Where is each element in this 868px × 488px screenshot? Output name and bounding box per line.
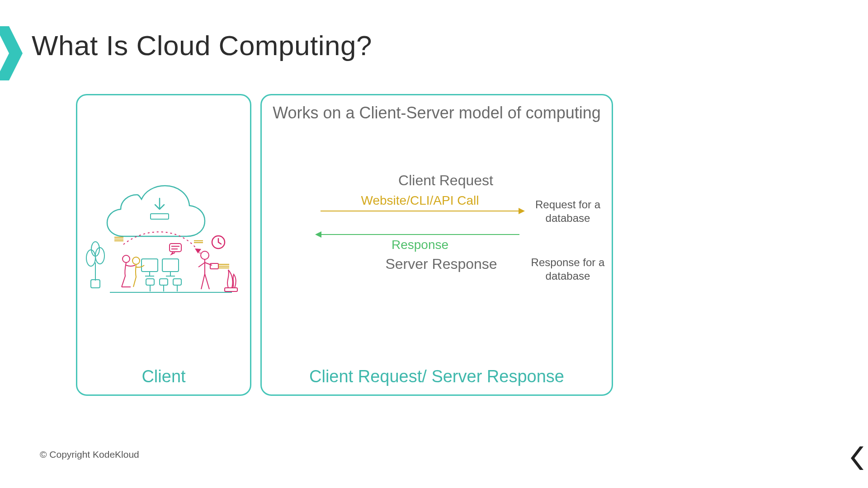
page-title: What Is Cloud Computing? (32, 29, 372, 61)
svg-rect-23 (160, 279, 168, 285)
flow-panel-heading: Works on a Client-Server model of comput… (262, 103, 612, 122)
svg-rect-2 (151, 214, 169, 219)
svg-rect-14 (162, 259, 179, 272)
slide: What Is Cloud Computing? (0, 0, 868, 488)
flow-panel-footer-label: Client Request/ Server Response (262, 367, 612, 386)
accent-chevron-icon (0, 26, 27, 80)
svg-point-19 (201, 251, 209, 259)
flow-diagram: Client Request Website/CLI/API Call Requ… (262, 172, 612, 272)
response-arrow-caption: Response (321, 238, 519, 252)
client-panel-label: Client (77, 367, 250, 386)
request-arrow-row: Website/CLI/API Call Request for a datab… (262, 201, 612, 222)
svg-rect-25 (173, 279, 181, 285)
svg-point-18 (132, 257, 140, 264)
back-chevron-icon[interactable] (848, 446, 866, 471)
client-request-label: Client Request (262, 172, 612, 189)
copyright-text: © Copyright KodeKloud (40, 449, 139, 460)
response-arrow-row: Response Response for a database (262, 224, 612, 246)
svg-rect-27 (170, 244, 181, 252)
svg-rect-20 (210, 263, 218, 269)
client-illustration (83, 163, 245, 299)
request-side-note: Request for a database (529, 198, 606, 225)
response-arrow-line (321, 234, 519, 235)
svg-rect-7 (91, 280, 100, 288)
svg-rect-8 (225, 288, 237, 291)
svg-marker-0 (0, 26, 23, 80)
svg-marker-30 (851, 446, 863, 470)
svg-rect-21 (146, 279, 154, 285)
response-side-note: Response for a database (529, 256, 606, 283)
arrow-right-icon (519, 208, 525, 214)
flow-panel: Works on a Client-Server model of comput… (260, 94, 613, 396)
request-arrow-caption: Website/CLI/API Call (321, 193, 519, 208)
client-panel: Client (76, 94, 251, 396)
request-arrow-line (321, 211, 519, 211)
svg-point-4 (86, 250, 95, 266)
svg-point-17 (123, 255, 130, 263)
